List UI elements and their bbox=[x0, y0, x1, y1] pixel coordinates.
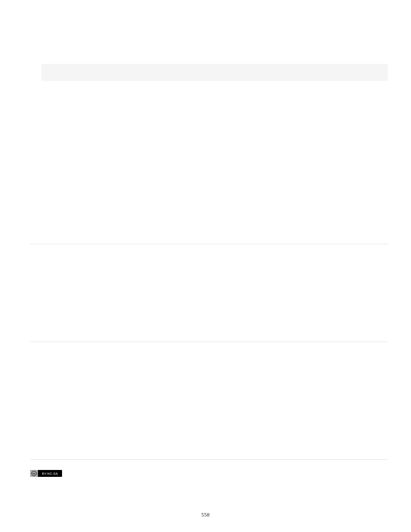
document-page: cc BY-NC-SA 558 bbox=[0, 0, 411, 532]
page-number: 558 bbox=[0, 512, 411, 518]
license-area: cc BY-NC-SA bbox=[30, 470, 388, 479]
section-divider bbox=[30, 244, 388, 244]
code-block-placeholder bbox=[41, 64, 388, 81]
cc-logo-text: cc bbox=[31, 471, 37, 476]
cc-license-badge-icon: cc BY-NC-SA bbox=[30, 470, 62, 477]
section-divider bbox=[30, 342, 388, 342]
cc-license-terms-text: BY-NC-SA bbox=[38, 470, 62, 477]
section-divider bbox=[30, 459, 388, 460]
